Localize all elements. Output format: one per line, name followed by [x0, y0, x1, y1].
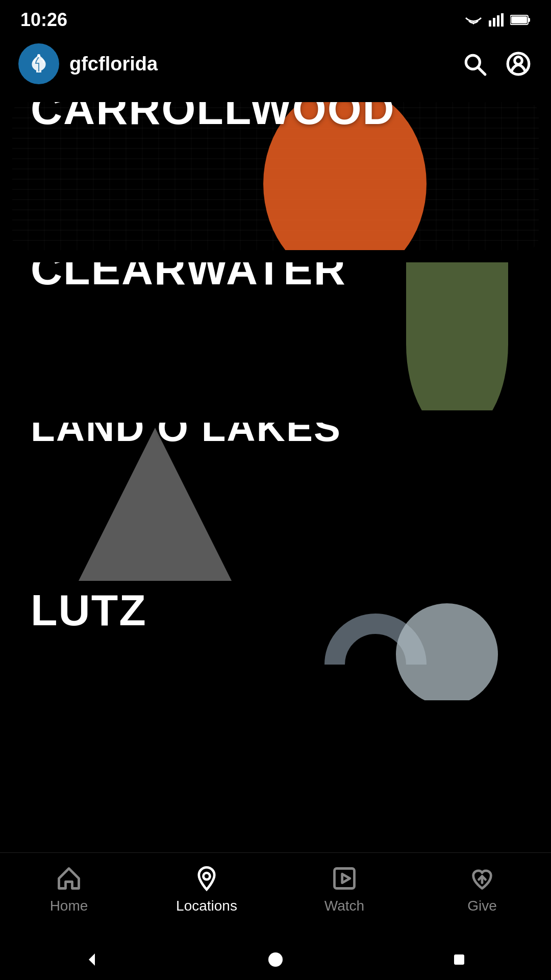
- nav-locations-label: Locations: [176, 898, 237, 914]
- nav-give-label: Give: [467, 898, 497, 914]
- status-icons: [464, 13, 531, 27]
- location-card-carrollwood[interactable]: CARROLLWOOD: [12, 102, 539, 250]
- recents-button[interactable]: [450, 950, 468, 969]
- svg-point-17: [268, 952, 283, 967]
- location-card-clearwater[interactable]: CLEARWATER: [12, 262, 539, 410]
- search-button[interactable]: [460, 50, 489, 78]
- svg-point-7: [37, 54, 40, 57]
- status-time: 10:26: [20, 9, 67, 31]
- svg-point-12: [204, 873, 210, 879]
- svg-rect-2: [497, 15, 499, 27]
- svg-rect-18: [454, 954, 464, 965]
- logo[interactable]: [18, 43, 59, 84]
- back-icon: [83, 950, 101, 969]
- svg-rect-0: [489, 20, 491, 27]
- landolakes-label: LAND O LAKES: [31, 423, 341, 450]
- back-button[interactable]: [83, 950, 101, 969]
- battery-icon: [510, 14, 531, 26]
- profile-button[interactable]: [504, 50, 533, 78]
- home-icon-container: [54, 863, 84, 894]
- header-right: [460, 50, 533, 78]
- signal-icon: [489, 13, 504, 27]
- search-icon: [462, 51, 487, 77]
- header-left: gfcflorida: [18, 43, 158, 84]
- nav-watch[interactable]: Watch: [276, 863, 413, 914]
- svg-point-11: [515, 57, 522, 64]
- home-icon: [56, 865, 82, 892]
- give-icon: [469, 865, 495, 892]
- logo-icon: [26, 51, 52, 77]
- recents-icon: [450, 950, 468, 969]
- watch-icon-container: [329, 863, 360, 894]
- nav-watch-label: Watch: [324, 898, 364, 914]
- svg-rect-1: [493, 18, 495, 27]
- lutz-label: LUTZ: [31, 593, 147, 634]
- svg-rect-6: [511, 16, 527, 23]
- svg-rect-13: [335, 869, 355, 889]
- nav-home-label: Home: [50, 898, 88, 914]
- locations-icon: [193, 865, 220, 892]
- brand-name: gfcflorida: [69, 53, 158, 75]
- svg-rect-3: [501, 13, 504, 27]
- location-card-lutz[interactable]: LUTZ: [12, 593, 539, 700]
- system-nav: [0, 939, 551, 980]
- profile-icon: [506, 51, 531, 77]
- bottom-nav: Home Locations Watch Give: [0, 852, 551, 939]
- carrollwood-label: CARROLLWOOD: [31, 102, 395, 133]
- svg-marker-16: [89, 953, 95, 966]
- watch-icon: [331, 865, 358, 892]
- nav-home[interactable]: Home: [0, 863, 138, 914]
- location-card-landolakes[interactable]: LAND O LAKES: [12, 423, 539, 581]
- header: gfcflorida: [0, 36, 551, 92]
- give-icon-container: [467, 863, 497, 894]
- svg-line-9: [478, 67, 485, 75]
- nav-give[interactable]: Give: [413, 863, 551, 914]
- status-bar: 10:26: [0, 0, 551, 36]
- nav-locations[interactable]: Locations: [138, 863, 276, 914]
- locations-icon-container: [191, 863, 222, 894]
- clearwater-label: CLEARWATER: [31, 262, 346, 293]
- svg-rect-5: [528, 18, 530, 22]
- svg-marker-14: [342, 874, 350, 883]
- wifi-icon: [464, 13, 483, 27]
- home-button[interactable]: [266, 950, 285, 969]
- system-home-icon: [266, 950, 285, 969]
- locations-list: CARROLLWOOD CLEARWATER LAND O LAKES LUTZ: [0, 92, 551, 852]
